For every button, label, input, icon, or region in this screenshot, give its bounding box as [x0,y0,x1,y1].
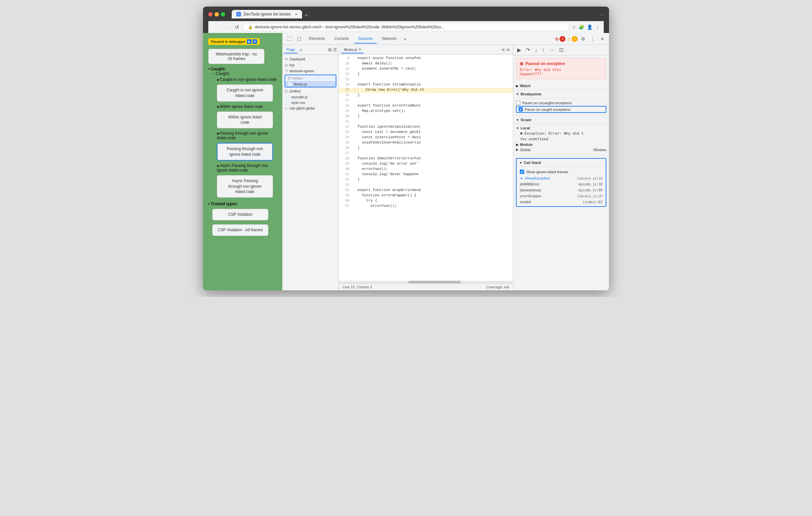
file-tree-icon-1[interactable]: ⊞ [328,47,332,52]
code-line: 19 Map.prototype.set(); [339,109,513,114]
step-out-button[interactable]: ↑ [541,47,546,54]
menu-icon[interactable]: ⋮ [595,24,600,30]
call-stack-frame-3[interactable]: errorWrapper library.js:37 [517,193,606,199]
browser-tab[interactable]: D DevTools ignore list stories ✕ [232,10,302,19]
line-text: } [353,72,360,76]
line-number: 15 [340,88,349,92]
settings-button[interactable]: ⚙ [579,35,587,43]
new-tab-button[interactable]: + [303,12,310,19]
tab-network[interactable]: Network [378,34,400,43]
library-file-item[interactable]: 📄 library.js [285,81,336,87]
line-text: element.innerHTML = text; [353,67,416,70]
tab-sources[interactable]: Sources [354,34,377,43]
forward-button[interactable]: → [223,24,231,31]
module-scope-header[interactable]: ▶ Module [516,142,606,147]
device-mode-button[interactable]: ☐ [295,35,303,43]
warning-icon: ⚠ [567,36,571,41]
code-panel-right-icon[interactable]: ⊳ [507,47,510,52]
pause-uncaught-label: Pause on uncaught exceptions [522,101,572,105]
call-stack-frame-0[interactable]: ➤ throwException library.js:15 [517,175,606,181]
code-scrollbar-thumb[interactable] [408,281,461,283]
webassembly-button[interactable]: WebAssembly trap - no JS frames [208,49,264,64]
caught-non-ignore-button[interactable]: Caught in non ignorelisted code [217,85,273,102]
step-icon[interactable]: ⟳ [253,39,257,44]
code-content[interactable]: 9 export async function unsafeS10 await … [339,55,513,281]
file-tree-icon-2[interactable]: ☰ [333,47,337,52]
close-devtools-button[interactable]: ✕ [599,35,606,43]
library-file-icon: 📄 [288,82,292,86]
passing-through-button[interactable]: Passing through nonignore listed code [217,143,273,161]
code-panel-left-icon[interactable]: ⊲ [501,47,505,52]
more-tabs-button[interactable]: » [402,35,408,43]
execution-marker: → [353,88,355,91]
pause-caught-checkbox[interactable] [519,107,523,112]
csp-violation-button[interactable]: CSP Violation [212,209,268,220]
resume-icon[interactable]: ▶ [247,39,252,44]
page-tab[interactable]: Page [284,46,298,54]
code-line: 35 function errorWrapper() { [339,193,513,199]
deactivate-breakpoints-button[interactable]: ⊡ [558,46,565,54]
back-button[interactable]: ← [212,24,220,31]
within-ignore-button[interactable]: Within ignore listedcode [217,112,273,129]
tab-title: DevTools ignore list stories [243,12,291,17]
bookmark-icon[interactable]: ☆ [572,24,576,30]
code-line: 31 console.log('Never happene [339,172,513,178]
watch-section-header[interactable]: ▶ Watch [513,82,609,90]
line-text: function ignoredcspviolation( [353,125,421,129]
maximize-window-button[interactable] [221,12,225,17]
call-stack-header[interactable]: ▼ Call Stack [517,159,606,167]
tab-overflow-button[interactable]: ⌄ [600,11,604,19]
tab-console[interactable]: Console [330,34,353,43]
local-scope-header[interactable]: ▼ Local [516,125,606,131]
more-options-button[interactable]: ⋮ [588,35,597,43]
code-tab-close-button[interactable]: ✕ [358,48,361,51]
line-number: 33 [340,183,349,187]
mycode-item[interactable]: 📄 mycode.js [283,94,338,100]
tab-close-button[interactable]: ✕ [295,12,297,16]
top-item[interactable]: ▷ top [283,62,338,68]
csp-violation-all-button[interactable]: CSP Violation - All frames [212,224,268,236]
show-ignore-frames-checkbox[interactable] [520,170,524,174]
address-bar: ← → ↺ 🔒 devtools-ignore-list-stories.gli… [208,21,604,33]
call-stack-frame-1[interactable]: doWithError mycode.js:18 [517,181,606,187]
call-stack-frame-4[interactable]: onclick (index):83 [517,199,606,205]
cdn-item[interactable]: ▷ cdn.glitch.globa [283,105,338,111]
deployed-item[interactable]: ⊳ Deployed [283,56,338,62]
refresh-button[interactable]: ↺ [233,24,240,31]
index-item[interactable]: ▷ (index) [283,88,338,94]
traffic-lights [208,12,225,17]
inspect-element-button[interactable]: ⛶ [285,35,294,43]
devtools-ignore-item[interactable]: ▽ devtools-ignore [283,68,338,74]
code-tab-library[interactable]: library.js ✕ [341,46,364,54]
line-number: 29 [340,162,349,165]
step-into-button[interactable]: ↓ [533,47,539,54]
minimize-window-button[interactable] [214,12,219,17]
hidden-folder-item[interactable]: ▽ hidden [285,75,336,81]
call-stack-frame-2[interactable]: (anonymous) mycode.js:89 [517,187,606,193]
extension-icon[interactable]: 🧩 [579,24,584,30]
scope-section-header[interactable]: ▼ Scope [513,116,609,124]
frame-fn-2: (anonymous) [520,188,576,192]
code-scrollbar[interactable] [339,281,513,283]
pause-uncaught-checkbox[interactable] [516,101,520,105]
item-within-ignore: Within ignore listed code [217,104,277,109]
call-stack-body: Show ignore-listed frames ➤ throwExcepti… [517,167,606,206]
hidden-folder-label: hidden [292,76,303,80]
code-line: 24 const insertionPoint = docu [339,135,513,141]
style-item[interactable]: 📄 style.css [283,100,338,105]
file-tree-tabs: Page » ⊞ ☰ [283,45,338,55]
step-button[interactable]: → [548,47,556,54]
line-text: console.log('Never happene [353,172,418,176]
breakpoints-section-header[interactable]: ▼ Breakpoints [513,90,609,98]
close-window-button[interactable] [208,12,212,17]
step-over-button[interactable]: ↷ [524,46,531,54]
resume-button[interactable]: ▶ [516,46,523,54]
async-passing-button[interactable]: Async Passingthrough non ignorelisted co… [217,175,273,198]
devtools-ignore-label: devtools-ignore [289,69,314,73]
caught-section-label: Caught: [213,71,277,76]
tab-elements[interactable]: Elements [304,34,329,43]
line-number: 9 [340,56,349,60]
file-tree-more-button[interactable]: » [298,46,304,54]
profile-icon[interactable]: 👤 [587,24,592,30]
url-bar[interactable]: 🔒 devtools-ignore-list-stories.glitch.me… [243,23,569,31]
